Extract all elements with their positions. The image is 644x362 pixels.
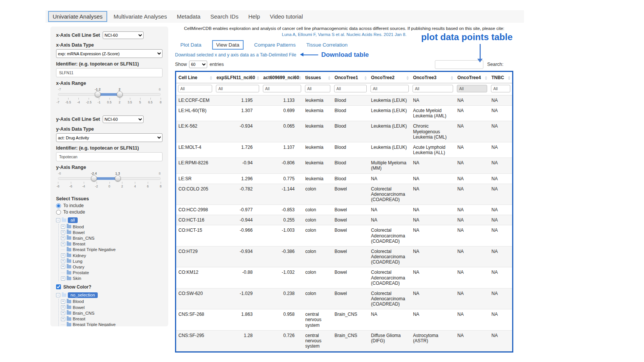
- y-data-type-select[interactable]: act: Drug Activity: [56, 133, 163, 142]
- expand-icon[interactable]: +: [61, 300, 65, 304]
- nav-tab-video-tutorial[interactable]: Video tutorial: [265, 11, 308, 22]
- sort-desc-icon: [328, 78, 330, 80]
- expand-icon[interactable]: +: [61, 265, 65, 269]
- expand-icon[interactable]: +: [61, 317, 65, 321]
- nav-tab-univariate-analyses[interactable]: Univariate Analyses: [48, 11, 107, 22]
- to-include-option[interactable]: To include: [56, 203, 163, 208]
- x-data-type-select[interactable]: exp: mRNA Expression (Z-Score): [56, 49, 163, 58]
- column-header-oncotree1[interactable]: OncoTree1: [332, 72, 369, 83]
- view-tab-compare-patterns[interactable]: Compare Patterns: [254, 42, 296, 48]
- column-header-expslfn11-nci60[interactable]: expSLFN11_nci60: [214, 72, 261, 83]
- nav-tab-help[interactable]: Help: [243, 11, 265, 22]
- view-tab-tissue-correlation[interactable]: Tissue Correlation: [306, 42, 347, 48]
- expand-icon[interactable]: +: [61, 305, 65, 309]
- filter-input-oncotree1[interactable]: [334, 85, 367, 92]
- tissue-exclude-item-bowel[interactable]: +Bowel: [61, 304, 163, 310]
- collapse-icon[interactable]: −: [56, 218, 60, 222]
- expand-icon[interactable]: +: [61, 276, 65, 281]
- sort-icon[interactable]: [406, 76, 409, 80]
- slider-selected-range[interactable]: [98, 93, 120, 96]
- y-range-slider[interactable]: -88-2.41.3-8-6-4-202468: [58, 172, 161, 193]
- search-input[interactable]: [435, 60, 483, 69]
- expand-icon[interactable]: +: [61, 253, 65, 257]
- tissue-include-item-brain-cns[interactable]: +Brain_CNS: [61, 235, 163, 241]
- sort-icon[interactable]: [328, 76, 330, 80]
- filter-input-cell-line[interactable]: [178, 85, 212, 92]
- slider-handle-high[interactable]: [115, 175, 121, 181]
- filter-input-act609699-nci60[interactable]: [263, 85, 301, 92]
- tissue-tree-exclude: −no_selection+Blood+Bowel+Brain_CNS+Brea…: [56, 292, 163, 326]
- sort-icon[interactable]: [299, 76, 301, 80]
- tissue-include-item-breast[interactable]: +Breast: [61, 241, 163, 247]
- column-header-tnbc[interactable]: TNBC: [489, 72, 512, 83]
- tissue-exclude-item-brain-cns[interactable]: +Brain_CNS: [61, 310, 163, 316]
- tissue-include-root[interactable]: −all: [56, 217, 163, 223]
- filter-cell: [303, 83, 332, 95]
- y-identifier-input[interactable]: [56, 152, 163, 161]
- filter-input-expslfn11-nci60[interactable]: [216, 85, 259, 92]
- select-tissues-label: Select Tissues: [56, 196, 163, 201]
- nav-tab-search-ids[interactable]: Search IDs: [205, 11, 243, 22]
- cell-cell-line: CO:HCT-116: [176, 215, 214, 225]
- slider-handle-low[interactable]: [91, 175, 97, 181]
- expand-icon[interactable]: +: [61, 230, 65, 234]
- tissue-exclude-item-breast[interactable]: +Breast: [61, 316, 163, 321]
- column-header-tissues[interactable]: tissues: [303, 72, 332, 83]
- filter-input-tissues[interactable]: [305, 85, 330, 92]
- sort-icon[interactable]: [210, 76, 212, 80]
- show-color-option[interactable]: Show Color?: [56, 284, 163, 290]
- view-tab-view-data[interactable]: View Data: [212, 40, 244, 50]
- expand-icon[interactable]: +: [61, 311, 65, 315]
- slider-selected-range[interactable]: [94, 177, 118, 180]
- tissue-exclude-item-breast-triple-negative[interactable]: Breast Triple Negative: [61, 322, 163, 326]
- column-header-oncotree2[interactable]: OncoTree2: [369, 72, 411, 83]
- nav-tab-metadata[interactable]: Metadata: [172, 11, 206, 22]
- slider-handle-low[interactable]: [95, 91, 101, 97]
- filter-input-oncotree2[interactable]: [370, 85, 409, 92]
- x-identifier-input[interactable]: [56, 68, 163, 77]
- filter-input-tnbc[interactable]: [491, 85, 510, 92]
- tissue-include-item-blood[interactable]: +Blood: [61, 224, 163, 229]
- show-color-checkbox[interactable]: [56, 284, 61, 289]
- entries-select[interactable]: 60: [189, 61, 207, 68]
- column-header-oncotree4[interactable]: OncoTree4: [455, 72, 489, 83]
- tissue-include-item-breast-triple-negative[interactable]: Breast Triple Negative: [61, 247, 163, 253]
- sort-icon[interactable]: [451, 76, 453, 80]
- column-header-cell-line[interactable]: Cell Line: [176, 72, 214, 83]
- cell-expslfn11-nci60: -0.977: [214, 205, 261, 215]
- sort-icon[interactable]: [257, 76, 259, 80]
- expand-icon[interactable]: +: [61, 242, 65, 246]
- to-exclude-radio[interactable]: [56, 210, 61, 215]
- tissue-include-item-prostate[interactable]: Prostate: [61, 270, 163, 276]
- tissue-include-item-label: Blood: [73, 225, 84, 229]
- nav-tab-multivariate-analyses[interactable]: Multivariate Analyses: [109, 11, 172, 22]
- expand-icon[interactable]: +: [61, 225, 65, 229]
- sort-icon[interactable]: [508, 76, 510, 80]
- x-range-slider[interactable]: -78-1.22-7-5.5-4-2.5-10.523.556.58: [58, 87, 161, 109]
- tissue-include-item-lung[interactable]: +Lung: [61, 258, 163, 264]
- y-cell-line-set-select[interactable]: NCI-60: [103, 115, 144, 123]
- tissue-exclude-root[interactable]: −no_selection: [56, 292, 163, 298]
- x-cell-line-set-select[interactable]: NCI-60: [103, 31, 144, 39]
- expand-icon[interactable]: +: [61, 236, 65, 240]
- sort-icon[interactable]: [485, 76, 487, 80]
- tissue-include-item-bowel[interactable]: +Bowel: [61, 229, 163, 235]
- cell-expslfn11-nci60: -0.94: [214, 158, 261, 173]
- filter-input-oncotree4[interactable]: [457, 85, 487, 92]
- to-include-radio[interactable]: [56, 203, 61, 208]
- sort-icon[interactable]: [364, 76, 367, 80]
- tissue-include-item-skin[interactable]: +Skin: [61, 276, 163, 281]
- collapse-icon[interactable]: −: [56, 293, 60, 297]
- to-exclude-option[interactable]: To exclude: [56, 209, 163, 215]
- tissue-include-item-ovary[interactable]: +Ovary: [61, 264, 163, 270]
- expand-icon[interactable]: +: [61, 259, 65, 263]
- slider-handle-high[interactable]: [117, 91, 123, 97]
- tissue-exclude-item-blood[interactable]: +Blood: [61, 299, 163, 304]
- filter-input-oncotree3[interactable]: [413, 85, 453, 92]
- view-tab-plot-data[interactable]: Plot Data: [180, 42, 202, 48]
- download-link[interactable]: Download selected x and y axis data as a…: [175, 52, 296, 58]
- column-header-oncotree3[interactable]: OncoTree3: [411, 72, 455, 83]
- tissue-include-item-kidney[interactable]: +Kidney: [61, 253, 163, 258]
- folder-icon: [67, 306, 71, 309]
- column-header-act609699-nci60[interactable]: act609699_nci60: [261, 72, 303, 83]
